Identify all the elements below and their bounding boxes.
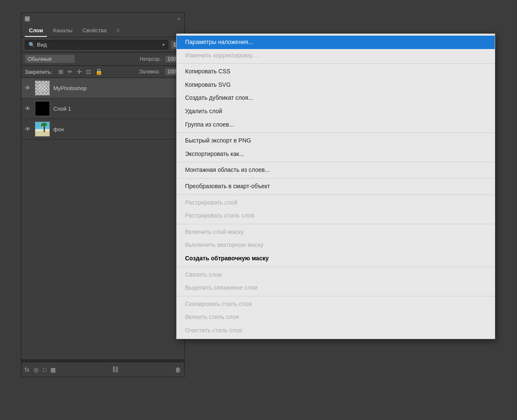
- new-layer-icon[interactable]: ▦: [50, 366, 56, 373]
- delete-icon-group: 🗑: [175, 366, 181, 373]
- search-dropdown-arrow: ▾: [162, 42, 164, 47]
- menu-item-duplicate-layer[interactable]: Создать дубликат слоя...: [177, 91, 495, 105]
- menu-item-edit-adjustment: Изменить корректировку...: [177, 49, 495, 62]
- layers-panel: × « Слои Каналы Свойства К 🔍 Вид ▾ 🖼 Обы…: [21, 13, 185, 377]
- panel-tabs: Слои Каналы Свойства К: [21, 25, 184, 37]
- opacity-row: Непрозр.: 100%: [140, 55, 181, 63]
- menu-separator: [177, 63, 495, 64]
- layer-name: MyPhotoshop: [53, 85, 181, 91]
- layer-item[interactable]: 👁 фон: [21, 119, 184, 140]
- search-text: Вид: [37, 41, 47, 48]
- lock-brush-icon[interactable]: ✏: [68, 68, 73, 75]
- layer-thumbnail: [35, 122, 50, 137]
- delete-layer-icon[interactable]: 🗑: [175, 366, 181, 373]
- close-button[interactable]: ×: [25, 16, 30, 21]
- menu-item-enable-mask: Включить слой-маску: [177, 226, 495, 239]
- menu-item-paste-layer-style: Вклеить стиль слоя: [177, 311, 495, 324]
- blend-mode-row: Обычные Непрозр.: 100%: [21, 52, 184, 66]
- menu-item-link-layers: Связать слои: [177, 268, 495, 282]
- footer-icons: fx ◎ □ ▦: [25, 366, 56, 373]
- layer-name: фон: [53, 126, 181, 132]
- menu-separator: [177, 162, 495, 162]
- new-layer-group-icon[interactable]: □: [43, 366, 46, 373]
- menu-item-copy-layer-style: Скопировать стиль слоя: [177, 298, 495, 311]
- menu-item-rasterize-style: Растрировать стиль слоя: [177, 209, 495, 223]
- menu-separator: [177, 178, 495, 179]
- menu-item-select-linked: Выделить связанные слои: [177, 281, 495, 295]
- lock-move-icon[interactable]: ✛: [77, 68, 82, 75]
- menu-separator: [177, 132, 495, 133]
- menu-item-copy-svg[interactable]: Копировать SVG: [177, 78, 495, 92]
- panel-titlebar: × «: [21, 13, 184, 25]
- lock-row: Закрепить: ⊞ ✏ ✛ ⊡ 🔒 Заливка: 100%: [21, 66, 184, 78]
- menu-separator: [177, 194, 495, 195]
- blend-mode-select[interactable]: Обычные: [25, 54, 75, 63]
- tab-channels[interactable]: Каналы: [49, 25, 76, 37]
- layer-name: Слой 1: [53, 106, 181, 112]
- menu-item-group-layers[interactable]: Группа из слоев...: [177, 118, 495, 132]
- link-icon[interactable]: ⛓: [112, 366, 119, 373]
- menu-item-export-as[interactable]: Экспортировать как...: [177, 148, 495, 161]
- lock-transparency-icon[interactable]: ⊞: [58, 68, 63, 75]
- lock-label: Закрепить:: [25, 69, 52, 75]
- menu-item-clear-layer-style: Очистить стиль слоя: [177, 324, 495, 337]
- layer-thumbnail: [35, 80, 50, 96]
- layer-fx-icon[interactable]: fx: [25, 366, 29, 373]
- menu-item-convert-smart-object[interactable]: Преобразовать в смарт-объект: [177, 180, 495, 193]
- menu-item-delete-layer[interactable]: Удалить слой: [177, 105, 495, 118]
- opacity-label: Непрозр.:: [140, 56, 162, 62]
- menu-separator: [177, 296, 495, 296]
- menu-item-blend-options[interactable]: Параметры наложения...: [177, 36, 495, 49]
- lock-artboard-icon[interactable]: ⊡: [86, 68, 91, 75]
- search-input-wrap[interactable]: 🔍 Вид ▾: [25, 40, 168, 49]
- menu-item-rasterize-layer: Растрировать слой: [177, 196, 495, 210]
- menu-item-quick-export-png[interactable]: Быстрый экспорт в PNG: [177, 134, 495, 148]
- tab-properties[interactable]: Свойства: [78, 25, 111, 37]
- menu-separator: [177, 267, 495, 267]
- menu-item-copy-css[interactable]: Копировать CSS: [177, 65, 495, 78]
- collapse-button[interactable]: «: [178, 16, 180, 21]
- layers-list: 👁 MyPhotoshop 👁 Слой 1 👁: [21, 78, 184, 359]
- menu-item-disable-vector-mask: Выключить векторную маску: [177, 239, 495, 252]
- menu-item-create-clipping-mask[interactable]: Создать обтравочную маску: [177, 252, 495, 265]
- context-menu: Параметры наложения... Изменить корректи…: [176, 34, 495, 339]
- menu-item-artboard-from-layers[interactable]: Монтажная область из слоев...: [177, 163, 495, 177]
- search-icon: 🔍: [29, 42, 35, 48]
- layer-visibility-icon[interactable]: 👁: [25, 85, 31, 91]
- layer-item[interactable]: 👁 MyPhotoshop: [21, 78, 184, 99]
- panel-footer: fx ◎ □ ▦ ⛓ 🗑: [21, 362, 184, 377]
- menu-separator: [177, 224, 495, 224]
- layer-visibility-icon[interactable]: 👁: [25, 105, 31, 112]
- layer-item[interactable]: 👁 Слой 1: [21, 99, 184, 119]
- search-bar: 🔍 Вид ▾ 🖼: [21, 37, 184, 52]
- layer-visibility-icon[interactable]: 👁: [25, 126, 31, 132]
- lock-all-icon[interactable]: 🔒: [95, 68, 102, 75]
- layer-mask-icon[interactable]: ◎: [34, 366, 39, 373]
- tab-layers[interactable]: Слои: [25, 25, 47, 37]
- tab-extra[interactable]: К: [112, 25, 124, 37]
- layer-thumbnail: [35, 101, 50, 116]
- fill-label: Заливка:: [139, 69, 160, 75]
